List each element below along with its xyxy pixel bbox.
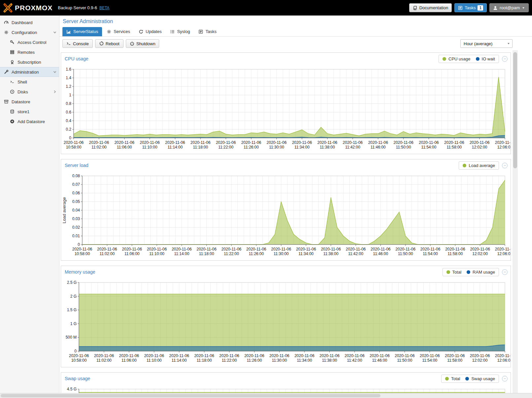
brand-wordmark: PROXMOX [15, 4, 53, 12]
svg-text:2020-11-06: 2020-11-06 [172, 247, 192, 251]
svg-text:12:06:00: 12:06:00 [497, 358, 510, 363]
vertical-scrollbar-thumb[interactable] [513, 52, 517, 168]
svg-text:12:02:00: 12:02:00 [472, 251, 488, 256]
svg-text:12:06:00: 12:06:00 [497, 251, 510, 256]
svg-text:2020-11-06: 2020-11-06 [296, 247, 316, 251]
vertical-scrollbar[interactable] [513, 50, 518, 393]
sidebar-item-label: Add Datastore [18, 119, 45, 124]
user-menu-button[interactable]: root@pam [489, 3, 529, 12]
shutdown-button[interactable]: Shutdown [126, 39, 160, 48]
tasks-button[interactable]: Tasks 1 [454, 3, 487, 12]
database-icon [9, 109, 15, 114]
legend-item[interactable]: Total [446, 270, 461, 275]
svg-text:2020-11-06: 2020-11-06 [295, 353, 315, 358]
svg-text:11:46:00: 11:46:00 [373, 251, 388, 256]
svg-text:2020-11-06: 2020-11-06 [396, 247, 416, 251]
svg-text:11:18:00: 11:18:00 [193, 145, 208, 149]
sidebar-item-label: Datastore [12, 99, 30, 104]
svg-text:0.8: 0.8 [66, 101, 71, 106]
panel-header: Server load Load average − [61, 159, 511, 171]
caret-down-icon [522, 6, 525, 10]
svg-text:12:06:00: 12:06:00 [497, 145, 510, 149]
sidebar-item-disks[interactable]: Disks [0, 87, 59, 97]
svg-text:11:18:00: 11:18:00 [199, 251, 214, 256]
svg-text:2020-11-06: 2020-11-06 [343, 140, 363, 145]
documentation-button[interactable]: Documentation [409, 3, 452, 12]
header-actions: Documentation Tasks 1 root@pam [409, 3, 529, 12]
sidebar-item-administration[interactable]: Administration [0, 67, 59, 77]
top-header-bar: PROXMOX Backup Server 0.9-6 BETA Documen… [0, 0, 532, 16]
svg-text:11:14:00: 11:14:00 [174, 251, 189, 256]
tab-tasks[interactable]: Tasks [195, 27, 220, 36]
svg-text:11:42:00: 11:42:00 [347, 358, 362, 363]
console-button[interactable]: Console [62, 39, 93, 48]
legend-item[interactable]: Total [445, 376, 460, 381]
svg-text:2020-11-06: 2020-11-06 [222, 247, 242, 251]
gears-icon [107, 29, 111, 34]
sidebar-item-configuration[interactable]: Configuration [0, 27, 59, 37]
reboot-label: Reboot [106, 41, 120, 46]
svg-text:2020-11-06: 2020-11-06 [371, 247, 391, 251]
svg-text:11:58:00: 11:58:00 [447, 358, 462, 363]
tab-services[interactable]: Services [103, 27, 134, 36]
panel-title: Memory usage [65, 269, 95, 275]
book-icon [413, 6, 417, 10]
svg-text:11:54:00: 11:54:00 [421, 145, 437, 149]
svg-text:2020-11-06: 2020-11-06 [266, 140, 287, 145]
cpu-usage-chart: 00.20.40.60.811.21.41.62020-11-0610:58:0… [61, 65, 510, 152]
sidebar-item-dashboard[interactable]: Dashboard [0, 17, 59, 27]
collapse-panel-icon[interactable]: − [502, 163, 508, 168]
horizontal-scrollbar[interactable] [0, 393, 532, 398]
svg-text:2020-11-06: 2020-11-06 [144, 353, 164, 358]
svg-text:2020-11-06: 2020-11-06 [420, 247, 441, 251]
tab-updates[interactable]: Updates [135, 27, 165, 36]
sidebar-item-subscription[interactable]: Subscription [0, 57, 59, 67]
sidebar-item-remotes[interactable]: Remotes [0, 47, 59, 57]
svg-text:11:14:00: 11:14:00 [172, 358, 187, 363]
horizontal-scrollbar-thumb[interactable] [1, 394, 380, 397]
svg-text:4.5 G: 4.5 G [67, 387, 77, 391]
svg-text:0.04: 0.04 [72, 208, 80, 213]
svg-text:11:10:00: 11:10:00 [142, 145, 158, 149]
user-label: root@pam [500, 5, 520, 10]
reboot-button[interactable]: Reboot [95, 39, 124, 48]
svg-text:2020-11-06: 2020-11-06 [320, 353, 340, 358]
svg-text:11:54:00: 11:54:00 [422, 358, 437, 363]
beta-link[interactable]: BETA [99, 6, 109, 10]
legend-item[interactable]: Load average [463, 163, 495, 168]
svg-text:10:58:00: 10:58:00 [75, 251, 90, 256]
legend-item[interactable]: IO wait [476, 56, 495, 61]
svg-text:11:02:00: 11:02:00 [99, 251, 115, 256]
svg-text:11:46:00: 11:46:00 [372, 358, 387, 363]
legend-label: Total [452, 270, 461, 275]
legend-dot [443, 57, 446, 61]
collapse-panel-icon[interactable]: − [502, 376, 508, 381]
svg-text:0.07: 0.07 [72, 182, 80, 187]
svg-text:11:22:00: 11:22:00 [222, 358, 237, 363]
collapse-panel-icon[interactable]: − [502, 269, 508, 275]
panel-title: Swap usage [65, 376, 90, 381]
legend-item[interactable]: Swap usage [465, 376, 495, 381]
svg-text:2020-11-06: 2020-11-06 [445, 247, 465, 251]
svg-text:11:06:00: 11:06:00 [117, 145, 132, 149]
collapse-panel-icon[interactable]: − [502, 56, 508, 62]
chevron-right-icon [53, 90, 57, 94]
sidebar-item-add-datastore[interactable]: Add Datastore [0, 116, 59, 126]
legend-item[interactable]: RAM usage [467, 270, 495, 275]
svg-text:2020-11-06: 2020-11-06 [97, 247, 117, 251]
page-title: Server Administration [59, 16, 532, 27]
sidebar-item-datastore[interactable]: Datastore [0, 97, 59, 107]
sidebar-item-store1[interactable]: store1 [0, 107, 59, 116]
sidebar-item-shell[interactable]: Shell [0, 77, 59, 87]
time-range-select[interactable]: Hour (average) [460, 39, 513, 48]
sidebar-item-access-control[interactable]: Access Control [0, 37, 59, 47]
svg-text:2020-11-06: 2020-11-06 [89, 140, 109, 145]
svg-text:2020-11-06: 2020-11-06 [269, 353, 290, 358]
svg-text:500 M: 500 M [66, 335, 77, 340]
legend-item[interactable]: CPU usage [443, 56, 470, 61]
svg-text:0.05: 0.05 [72, 199, 80, 204]
tab-serverstatus[interactable]: ServerStatus [62, 27, 102, 36]
panel-header: CPU usage CPU usage IO wait − [61, 53, 511, 65]
area-chart-icon [66, 29, 71, 34]
tab-syslog[interactable]: Syslog [166, 27, 194, 36]
